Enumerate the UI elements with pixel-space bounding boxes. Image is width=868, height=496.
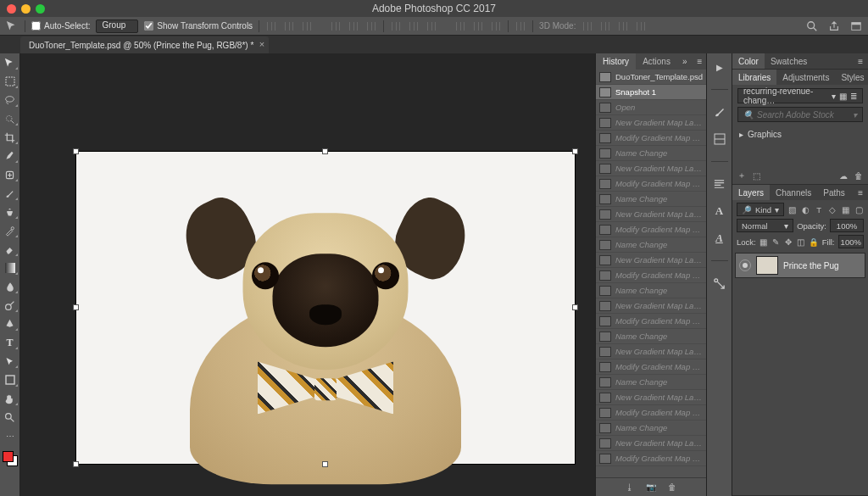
document-canvas[interactable] [76, 152, 575, 464]
distribute-top-icon[interactable] [390, 20, 402, 32]
3d-camera-icon[interactable] [635, 20, 647, 32]
history-row[interactable]: Modify Gradient Map La… [596, 405, 706, 421]
history-row[interactable]: New Gradient Map Layer [596, 298, 706, 314]
hand-tool[interactable] [2, 391, 19, 406]
align-right-edges-icon[interactable] [365, 20, 377, 32]
filter-adjust-icon[interactable]: ◐ [801, 203, 811, 215]
distribute-hcenter-icon[interactable] [472, 20, 484, 32]
align-horizontal-centers-icon[interactable] [348, 20, 359, 32]
auto-select-checkbox[interactable]: Auto-Select: [31, 21, 90, 31]
3d-slide-icon[interactable] [617, 20, 629, 32]
pen-tool[interactable] [2, 316, 19, 332]
library-search-input[interactable]: 🔍 Search Adobe Stock ▾ [737, 107, 863, 122]
transform-handle-tr[interactable] [572, 148, 578, 154]
view-grid-icon[interactable]: ▦ [839, 92, 847, 101]
move-tool-icon[interactable] [5, 20, 19, 33]
tab-color[interactable]: Color [732, 53, 765, 69]
3d-orbit-icon[interactable] [581, 20, 593, 32]
transform-handle-ml[interactable] [73, 304, 79, 310]
tab-history[interactable]: History [596, 53, 636, 70]
canvas-area[interactable] [20, 53, 595, 496]
eraser-tool[interactable] [2, 242, 19, 257]
character-panel-icon[interactable]: A [711, 203, 728, 220]
paragraph-panel-icon[interactable] [711, 176, 728, 192]
view-list-icon[interactable]: ≣ [850, 92, 857, 101]
history-row[interactable]: Modify Gradient Map La… [596, 176, 706, 192]
history-row[interactable]: New Gradient Map Layer [596, 436, 706, 451]
search-icon[interactable] [805, 20, 819, 33]
transform-handle-bl[interactable] [73, 461, 79, 467]
brush-presets-icon[interactable] [711, 131, 728, 148]
eyedropper-tool[interactable] [2, 148, 19, 164]
marquee-tool[interactable] [2, 74, 19, 89]
color-panel-menu-icon[interactable]: ≡ [853, 57, 868, 66]
info-panel-icon[interactable] [711, 275, 728, 292]
tab-paths[interactable]: Paths [817, 185, 851, 200]
distribute-left-icon[interactable] [454, 20, 466, 32]
history-row[interactable]: New Gradient Map Layer [596, 253, 706, 268]
layers-panel-menu-icon[interactable]: ≡ [853, 188, 868, 198]
history-row[interactable]: New Gradient Map Layer [596, 390, 706, 405]
library-select[interactable]: recurring-revenue-chang… ▾ ▦ ≣ [737, 88, 863, 103]
window-close-button[interactable] [7, 4, 16, 14]
history-row[interactable]: DuoToner_Template.psd [596, 70, 706, 85]
show-transform-checkbox[interactable]: Show Transform Controls [144, 21, 253, 31]
filter-type-icon[interactable]: T [814, 203, 824, 215]
document-tab[interactable]: DuoToner_Template.psd @ 50% (Prince the … [20, 36, 269, 53]
history-row[interactable]: Modify Gradient Map La… [596, 359, 706, 375]
layer-filter-kind[interactable]: 🔎 Kind ▾ [737, 203, 784, 216]
history-row[interactable]: Modify Gradient Map La… [596, 131, 706, 146]
history-row[interactable]: Name Change [596, 192, 706, 207]
fill-input[interactable]: 100% [838, 235, 865, 248]
delete-state-icon[interactable]: 🗑 [668, 482, 676, 492]
align-top-edges-icon[interactable] [265, 20, 277, 32]
tab-libraries[interactable]: Libraries [732, 70, 776, 85]
history-row[interactable]: Open [596, 100, 706, 115]
lock-position-icon[interactable]: ✥ [784, 236, 793, 248]
distribute-vcenter-icon[interactable] [408, 20, 420, 32]
history-row[interactable]: Name Change [596, 375, 706, 390]
glyphs-panel-icon[interactable]: A [711, 230, 728, 247]
lasso-tool[interactable] [2, 92, 19, 108]
brush-settings-icon[interactable] [711, 103, 728, 120]
window-maximize-button[interactable] [36, 4, 45, 14]
lock-transparency-icon[interactable]: ▦ [760, 236, 769, 248]
rectangle-tool[interactable] [2, 372, 19, 387]
tab-styles[interactable]: Styles [835, 70, 868, 85]
history-row[interactable]: New Gradient Map Layer [596, 161, 706, 176]
layer-visibility-icon[interactable] [739, 259, 751, 271]
panel-menu-icon[interactable]: ≡ [692, 57, 707, 66]
brush-tool[interactable] [2, 186, 19, 201]
tab-adjustments[interactable]: Adjustments [776, 70, 835, 85]
lock-artboard-icon[interactable]: ◫ [796, 236, 805, 248]
history-row[interactable]: Name Change [596, 237, 706, 253]
align-bottom-edges-icon[interactable] [301, 20, 313, 32]
lock-all-icon[interactable]: 🔒 [809, 236, 819, 248]
history-row[interactable]: Name Change [596, 283, 706, 298]
history-row[interactable]: New Gradient Map Layer [596, 115, 706, 131]
new-snapshot-icon[interactable]: 📷 [646, 482, 656, 492]
tab-swatches[interactable]: Swatches [765, 53, 813, 69]
blend-mode-select[interactable]: Normal▾ [737, 219, 793, 232]
distribute-right-icon[interactable] [490, 20, 502, 32]
filter-shape-icon[interactable]: ◇ [827, 203, 837, 215]
history-brush-tool[interactable] [2, 223, 19, 238]
transform-handle-tm[interactable] [322, 148, 328, 154]
gradient-tool[interactable] [2, 260, 19, 276]
filter-toggle-icon[interactable]: ▢ [854, 203, 864, 215]
3d-pan-icon[interactable] [599, 20, 611, 32]
distribute-bottom-icon[interactable] [426, 20, 437, 32]
history-row[interactable]: Name Change [596, 421, 706, 436]
healing-brush-tool[interactable] [2, 167, 19, 182]
history-row[interactable]: Name Change [596, 146, 706, 161]
opacity-input[interactable]: 100% [830, 219, 864, 232]
libraries-sync-icon[interactable]: ☁ [839, 171, 848, 181]
library-group-graphics[interactable]: ▸ Graphics [737, 127, 863, 142]
panel-collapse-icon[interactable]: » [677, 57, 693, 66]
color-swatches[interactable] [2, 450, 19, 467]
foreground-color-swatch[interactable] [3, 451, 14, 462]
libraries-delete-icon[interactable]: 🗑 [854, 171, 863, 181]
transform-handle-tl[interactable] [73, 148, 79, 154]
align-vertical-centers-icon[interactable] [283, 20, 295, 32]
history-row[interactable]: New Gradient Map Layer [596, 207, 706, 222]
